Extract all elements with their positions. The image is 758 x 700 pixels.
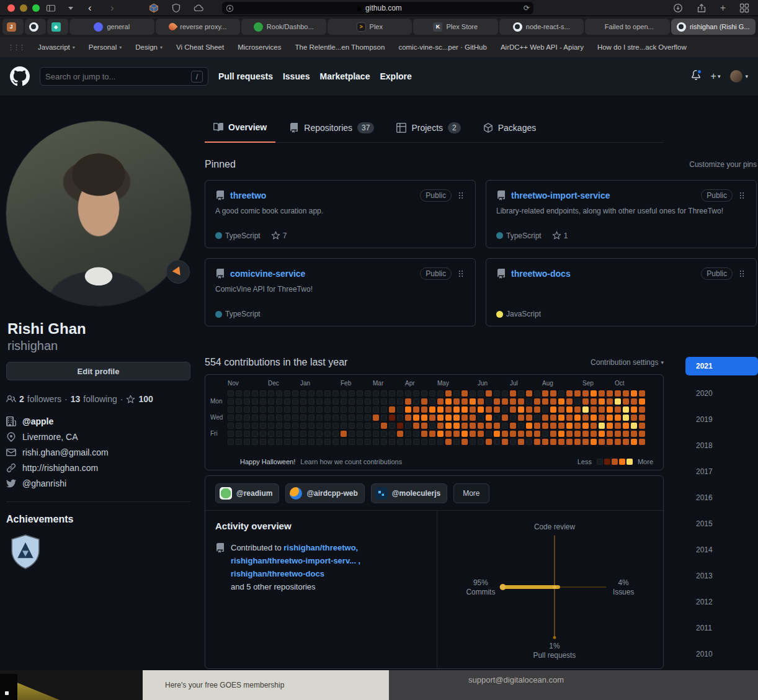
year-filter-item[interactable]: 2021 xyxy=(685,357,758,375)
repo-link[interactable]: threetwo-import-service xyxy=(511,191,610,200)
star-count[interactable]: 1 xyxy=(552,231,568,240)
contributed-repo-link[interactable]: rishighan/threetwo-docs xyxy=(231,569,324,578)
extension-shield-icon[interactable] xyxy=(171,3,181,13)
year-filter-item[interactable]: 2018 xyxy=(685,433,758,459)
profile-detail-item[interactable]: Livermore, CA xyxy=(6,432,109,442)
more-organizations-button[interactable]: More xyxy=(453,483,489,503)
bookmark-item[interactable]: Javascript xyxy=(38,43,75,51)
sidebar-toggle-icon[interactable] xyxy=(46,3,56,13)
organization-chip[interactable]: @readium xyxy=(215,483,279,503)
bookmark-item[interactable]: Vi Cheat Sheet xyxy=(176,43,224,51)
year-filter-item[interactable]: 2019 xyxy=(685,406,758,433)
profile-detail-item[interactable]: http://rishighan.com xyxy=(6,463,109,473)
year-filter-item[interactable]: 2012 xyxy=(685,589,758,615)
profile-nav-tab[interactable]: Packages xyxy=(475,113,545,142)
back-button[interactable]: ‹ xyxy=(88,1,92,16)
drag-handle-icon[interactable] xyxy=(738,191,746,200)
github-logo[interactable] xyxy=(10,66,30,86)
header-nav-link[interactable]: Issues xyxy=(283,71,310,81)
year-filter-item[interactable]: 2013 xyxy=(685,563,758,589)
halloween-note: Happy Halloween! xyxy=(240,458,295,465)
year-filter-item[interactable]: 2011 xyxy=(685,615,758,641)
drag-handle-icon[interactable] xyxy=(738,269,746,278)
year-filter-item[interactable]: 2020 xyxy=(685,380,758,406)
bookmark-item[interactable]: Microservices xyxy=(238,43,281,51)
customize-pins-link[interactable]: Customize your pins xyxy=(689,160,757,169)
bookmark-item[interactable]: comic-vine-sc...per · GitHub xyxy=(398,43,487,51)
profile-detail-item[interactable]: @apple xyxy=(6,416,109,426)
year-filter-item[interactable]: 2016 xyxy=(685,485,758,511)
chevron-down-icon[interactable] xyxy=(68,7,73,10)
star-count[interactable]: 7 xyxy=(271,231,287,240)
search-input[interactable]: / xyxy=(40,67,208,86)
year-filter-item[interactable]: 2015 xyxy=(685,511,758,537)
page-settings-icon[interactable] xyxy=(226,4,234,12)
downloads-icon[interactable] xyxy=(673,3,683,13)
header-nav-link[interactable]: Pull requests xyxy=(218,71,273,81)
organization-filter-row: @readium @airdcpp-web @moleculerjs M xyxy=(205,476,663,511)
contributed-repo-link[interactable]: rishighan/threetwo-import-serv... , xyxy=(231,556,360,565)
year-filter-item[interactable]: 2010 xyxy=(685,641,758,667)
year-filter-item[interactable]: 2014 xyxy=(685,537,758,563)
contribution-settings-button[interactable]: Contribution settings▾ xyxy=(591,358,664,367)
status-badge[interactable] xyxy=(166,260,190,284)
profile-detail-item[interactable]: rishi.ghan@gmail.com xyxy=(6,447,109,457)
share-icon[interactable] xyxy=(697,3,707,13)
contributed-repo-link[interactable]: rishighan/threetwo, xyxy=(283,543,358,552)
bookmark-item[interactable]: AirDC++ Web API - Apiary xyxy=(501,43,584,51)
repo-link[interactable]: comicvine-service xyxy=(230,269,305,279)
contribution-legend-cells xyxy=(597,459,633,465)
profile-nav-tab[interactable]: Projects 2 xyxy=(388,113,469,142)
browser-tab[interactable]: node-react-s... xyxy=(499,19,584,35)
drag-handle-icon[interactable] xyxy=(457,191,465,200)
achievement-badge[interactable] xyxy=(9,534,42,571)
bookmark-item[interactable]: Design xyxy=(135,43,163,51)
organization-chip[interactable]: @airdcpp-web xyxy=(285,483,364,503)
profile-detail-item[interactable]: @ghanrishi xyxy=(6,478,109,488)
extension-cloud-icon[interactable] xyxy=(194,3,203,13)
year-filter-item[interactable]: 2017 xyxy=(685,459,758,485)
followers-stats[interactable]: 2followers · 13following · 100 xyxy=(6,394,153,404)
browser-tab[interactable] xyxy=(25,19,46,35)
bookmark-item[interactable]: The Relentle...en Thompson xyxy=(295,43,385,51)
edit-profile-button[interactable]: Edit profile xyxy=(6,362,190,380)
contribution-grid[interactable] xyxy=(228,390,645,445)
tab-overview-icon[interactable] xyxy=(739,3,749,13)
browser-tab[interactable]: reverse proxy... xyxy=(156,19,241,35)
create-new-button[interactable]: +▾ xyxy=(711,71,721,82)
contributions-help-link[interactable]: Learn how we count contributions xyxy=(300,458,402,465)
drag-handle-icon[interactable] xyxy=(457,269,465,278)
profile-nav-tab[interactable]: Repositories 37 xyxy=(280,113,383,142)
activity-section: @readium @airdcpp-web @moleculerjs M xyxy=(205,475,664,669)
browser-tab[interactable]: Rook/Dashbo... xyxy=(241,19,326,35)
browser-tab[interactable]: Plex xyxy=(328,19,412,35)
header-nav-link[interactable]: Marketplace xyxy=(320,71,370,81)
header-nav-link[interactable]: Explore xyxy=(380,71,411,81)
profile-nav-tab[interactable]: Overview xyxy=(205,113,275,143)
search-field[interactable] xyxy=(45,72,182,81)
new-tab-button[interactable]: + xyxy=(720,3,726,13)
bookmark-item[interactable]: Personal xyxy=(89,43,122,51)
repo-link[interactable]: threetwo xyxy=(230,191,266,200)
browser-tab[interactable] xyxy=(2,19,24,35)
chevron-down-icon: ▾ xyxy=(745,73,748,79)
zoom-window-button[interactable] xyxy=(32,4,40,12)
browser-tab[interactable]: Plex Store xyxy=(413,19,498,35)
browser-tab[interactable]: rishighan (Rishi G... xyxy=(671,19,756,35)
forward-button[interactable]: › xyxy=(110,1,114,16)
close-window-button[interactable] xyxy=(7,4,15,12)
browser-tab[interactable]: Failed to open... xyxy=(585,19,670,35)
browser-tab[interactable]: general xyxy=(69,19,154,35)
pinned-title: Pinned xyxy=(205,159,236,170)
address-bar[interactable]: github.com ⟳ xyxy=(222,2,533,14)
profile-avatar[interactable] xyxy=(6,121,191,306)
minimize-window-button[interactable] xyxy=(20,4,27,12)
user-menu[interactable]: ▾ xyxy=(730,70,748,83)
repo-link[interactable]: threetwo-docs xyxy=(511,269,571,279)
bookmark-item[interactable]: How do I stre...ack Overflow xyxy=(597,43,687,51)
organization-chip[interactable]: @moleculerjs xyxy=(371,483,447,503)
notifications-button[interactable] xyxy=(691,70,701,83)
reload-icon[interactable]: ⟳ xyxy=(524,4,530,12)
extension-cube-icon[interactable] xyxy=(149,3,159,13)
browser-tab[interactable] xyxy=(47,19,68,35)
